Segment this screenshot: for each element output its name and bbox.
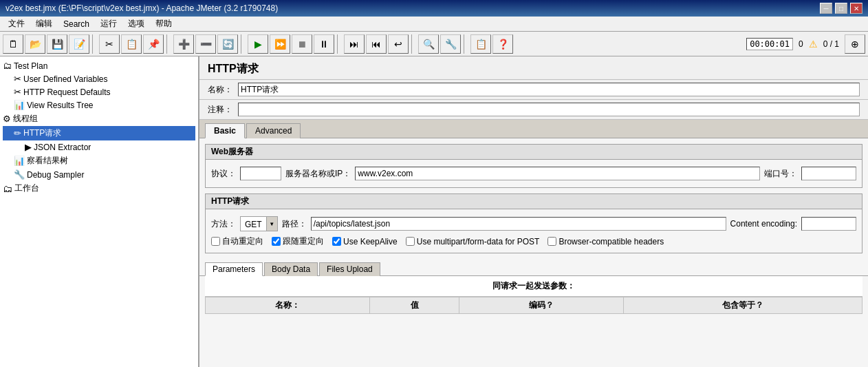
tree-item-4[interactable]: ⚙线程组 bbox=[3, 112, 195, 126]
method-dropdown[interactable]: GET ▼ bbox=[240, 216, 278, 231]
remote-exit-button[interactable]: ↩ bbox=[388, 34, 409, 54]
tree-item-8[interactable]: 🔧Debug Sampler bbox=[3, 168, 195, 181]
multipart-checkbox[interactable]: Use multipart/form-data for POST bbox=[406, 237, 540, 247]
tree-item-2[interactable]: ✂HTTP Request Defaults bbox=[3, 85, 195, 98]
params-info-text: 同请求一起发送参数： bbox=[205, 276, 862, 297]
checkbox-row: 自动重定向 跟随重定向 Use KeepAlive Use multipart/… bbox=[211, 234, 856, 249]
clear-button[interactable]: 🔄 bbox=[217, 34, 238, 54]
cut-button[interactable]: ✂ bbox=[99, 34, 120, 54]
menu-item-Search[interactable]: Search bbox=[58, 18, 95, 30]
toolbar-separator-1 bbox=[92, 34, 96, 54]
toolbar-separator-3 bbox=[241, 34, 245, 54]
save-button[interactable]: 💾 bbox=[47, 34, 67, 54]
tree-icon-1: ✂ bbox=[14, 74, 21, 84]
tab-body-data[interactable]: Body Data bbox=[264, 262, 318, 276]
remove-button[interactable]: ➖ bbox=[195, 34, 216, 54]
tab-files-upload[interactable]: Files Upload bbox=[319, 262, 380, 276]
toolbar-separator-5 bbox=[411, 34, 415, 54]
open-button[interactable]: 📂 bbox=[25, 34, 45, 54]
params-table: 名称： 值 编码？ 包含等于？ bbox=[205, 297, 862, 314]
window-controls: ─ □ ✕ bbox=[820, 3, 862, 14]
stop-button[interactable]: ⏹ bbox=[292, 34, 312, 54]
log-viewer-button[interactable]: 📋 bbox=[470, 34, 491, 54]
menubar: 文件编辑Search运行选项帮助 bbox=[0, 17, 868, 32]
tree-label-5: HTTP请求 bbox=[23, 127, 61, 139]
col-encode: 编码？ bbox=[459, 297, 624, 314]
help-button[interactable]: ❓ bbox=[492, 34, 513, 54]
comment-label: 注释： bbox=[208, 104, 232, 116]
tree-item-6[interactable]: ▶JSON Extractor bbox=[3, 140, 195, 154]
menu-item-帮助[interactable]: 帮助 bbox=[150, 17, 177, 31]
tree-label-2: HTTP Request Defaults bbox=[23, 87, 111, 97]
copy-button[interactable]: 📋 bbox=[121, 34, 142, 54]
shutdown-button[interactable]: ⏸ bbox=[314, 34, 334, 54]
tab-parameters[interactable]: Parameters bbox=[205, 262, 263, 276]
content-area: Web服务器 协议： 服务器名称或IP： 端口号： HTTP请求 bbox=[199, 138, 868, 367]
remote-start-button[interactable]: ⏭ bbox=[344, 34, 365, 54]
toolbar-right: 00:00:01 0 ⚠ 0 / 1 ⊕ bbox=[746, 34, 865, 54]
protocol-input[interactable] bbox=[240, 167, 281, 180]
port-input[interactable] bbox=[801, 167, 856, 180]
search-button[interactable]: 🔍 bbox=[418, 34, 439, 54]
main-tab-bar: Basic Advanced bbox=[199, 120, 868, 138]
close-button[interactable]: ✕ bbox=[850, 3, 862, 14]
auto-redirect-checkbox[interactable]: 自动重定向 bbox=[211, 235, 263, 247]
tree-icon-8: 🔧 bbox=[14, 169, 25, 180]
comment-row: 注释： bbox=[199, 100, 868, 120]
comment-input[interactable] bbox=[238, 103, 860, 116]
keep-alive-checkbox[interactable]: Use KeepAlive bbox=[332, 237, 398, 247]
remote-stop-button[interactable]: ⏮ bbox=[366, 34, 387, 54]
method-value: GET bbox=[241, 217, 266, 231]
name-input[interactable] bbox=[238, 83, 860, 96]
tree-item-0[interactable]: 🗂Test Plan bbox=[3, 59, 195, 72]
tree-item-3[interactable]: 📊View Results Tree bbox=[3, 98, 195, 112]
tree-item-workbench[interactable]: 🗂 工作台 bbox=[3, 181, 195, 196]
expand-button[interactable]: ⊕ bbox=[845, 34, 865, 54]
panel-title: HTTP请求 bbox=[199, 56, 868, 80]
menu-item-文件[interactable]: 文件 bbox=[3, 17, 30, 31]
keep-alive-input[interactable] bbox=[332, 237, 341, 246]
right-panel: HTTP请求 名称： 注释： Basic Advanced Web服务器 协议： bbox=[199, 56, 868, 367]
start-button[interactable]: ▶ bbox=[248, 34, 268, 54]
tree-item-5[interactable]: ✏HTTP请求 bbox=[3, 126, 195, 140]
timer-display: 00:00:01 bbox=[746, 38, 793, 50]
col-value: 值 bbox=[369, 297, 459, 314]
tab-advanced[interactable]: Advanced bbox=[246, 123, 301, 138]
tree-label-6: JSON Extractor bbox=[34, 143, 91, 152]
multipart-input[interactable] bbox=[406, 237, 415, 246]
start-no-pause-button[interactable]: ⏩ bbox=[270, 34, 290, 54]
menu-item-编辑[interactable]: 编辑 bbox=[30, 17, 58, 31]
reset-button[interactable]: 🔧 bbox=[440, 34, 461, 54]
follow-redirect-input[interactable] bbox=[272, 237, 281, 246]
http-request-content: 方法： GET ▼ 路径： Content encoding: 自动重 bbox=[206, 209, 862, 253]
follow-redirect-checkbox[interactable]: 跟随重定向 bbox=[272, 235, 324, 247]
maximize-button[interactable]: □ bbox=[835, 3, 847, 14]
tree-label-0: Test Plan bbox=[14, 61, 47, 71]
tree-item-1[interactable]: ✂User Defined Variables bbox=[3, 72, 195, 85]
encoding-input[interactable] bbox=[801, 217, 856, 231]
progress-display: 0 / 1 bbox=[823, 39, 839, 49]
tree-label-4: 线程组 bbox=[13, 113, 38, 125]
add-button[interactable]: ➕ bbox=[173, 34, 194, 54]
minimize-button[interactable]: ─ bbox=[820, 3, 832, 14]
tab-basic[interactable]: Basic bbox=[205, 123, 245, 138]
tree-label-7: 察看结果树 bbox=[27, 155, 68, 167]
tree-item-7[interactable]: 📊察看结果树 bbox=[3, 154, 195, 168]
menu-item-运行[interactable]: 运行 bbox=[95, 17, 122, 31]
new-button[interactable]: 🗒 bbox=[3, 34, 23, 54]
path-input[interactable] bbox=[311, 217, 726, 231]
auto-redirect-input[interactable] bbox=[211, 237, 220, 246]
server-input[interactable] bbox=[355, 167, 760, 180]
tree-icon-6: ▶ bbox=[25, 142, 32, 152]
browser-headers-input[interactable] bbox=[547, 237, 556, 246]
tree-icon-7: 📊 bbox=[14, 156, 25, 166]
browser-headers-checkbox[interactable]: Browser-compatible headers bbox=[547, 237, 664, 247]
web-server-title: Web服务器 bbox=[206, 145, 862, 160]
title-text: v2ex best.jmx (E:\PF\script\v2ex best.jm… bbox=[6, 3, 278, 13]
method-arrow[interactable]: ▼ bbox=[266, 217, 277, 231]
tree-icon-3: 📊 bbox=[14, 100, 25, 110]
web-server-section: Web服务器 协议： 服务器名称或IP： 端口号： bbox=[205, 144, 862, 188]
menu-item-选项[interactable]: 选项 bbox=[122, 17, 150, 31]
paste-button[interactable]: 📌 bbox=[143, 34, 164, 54]
save-as-button[interactable]: 📝 bbox=[69, 34, 89, 54]
